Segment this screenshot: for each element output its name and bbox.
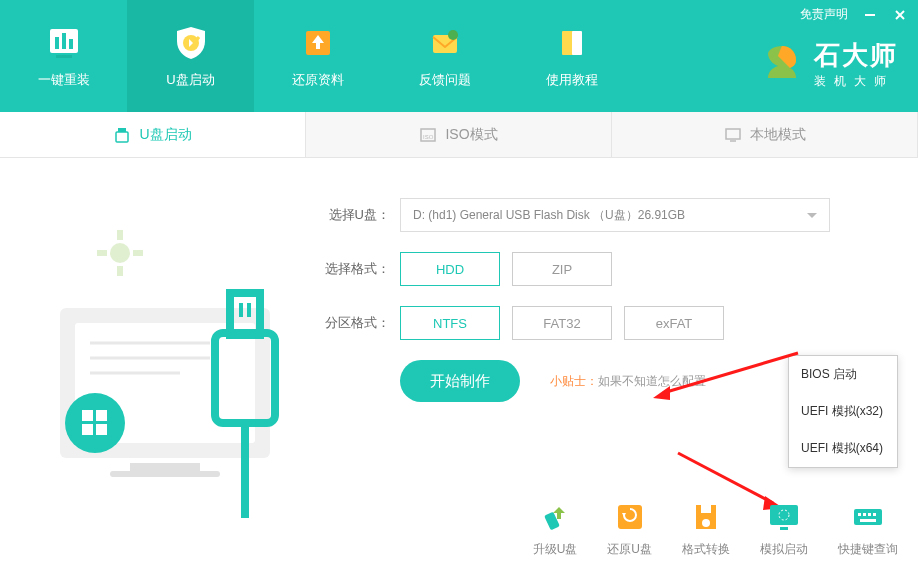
usb-up-icon bbox=[537, 499, 573, 535]
svg-rect-56 bbox=[858, 513, 861, 516]
action-convert[interactable]: 格式转换 bbox=[682, 499, 730, 558]
svg-rect-22 bbox=[117, 266, 123, 276]
svg-rect-2 bbox=[62, 33, 66, 49]
action-label: 快捷键查询 bbox=[838, 541, 898, 558]
minimize-button[interactable] bbox=[862, 7, 878, 23]
action-label: 还原U盘 bbox=[607, 541, 652, 558]
svg-rect-33 bbox=[82, 410, 93, 421]
svg-rect-52 bbox=[770, 505, 798, 525]
tab-usb-boot[interactable]: U盘启动 bbox=[0, 112, 306, 157]
svg-rect-15 bbox=[116, 132, 128, 142]
svg-rect-57 bbox=[863, 513, 866, 516]
tab-label: U盘启动 bbox=[139, 126, 191, 144]
brand-name: 石大师 bbox=[814, 38, 898, 73]
mode-tabs: U盘启动 ISO ISO模式 本地模式 bbox=[0, 112, 918, 158]
keyboard-icon bbox=[850, 499, 886, 535]
format-label: 选择格式： bbox=[320, 260, 390, 278]
nav-tutorial[interactable]: 使用教程 bbox=[508, 0, 635, 112]
book-icon bbox=[552, 23, 592, 63]
popup-uefi64[interactable]: UEFI 模拟(x64) bbox=[789, 430, 897, 467]
fs-ntfs[interactable]: NTFS bbox=[400, 306, 500, 340]
bottom-actions: 升级U盘 还原U盘 格式转换 模拟启动 快捷键查询 bbox=[533, 499, 898, 558]
tip-label: 小贴士： bbox=[550, 374, 598, 388]
action-hotkey[interactable]: 快捷键查询 bbox=[838, 499, 898, 558]
svg-rect-18 bbox=[726, 129, 740, 139]
chart-icon bbox=[44, 23, 84, 63]
nav-label: 使用教程 bbox=[546, 71, 598, 89]
brand-logo: 石大师 装机大师 bbox=[760, 38, 898, 90]
popup-bios[interactable]: BIOS 启动 bbox=[789, 356, 897, 393]
svg-rect-28 bbox=[110, 471, 220, 477]
brand-sub: 装机大师 bbox=[814, 73, 898, 90]
fs-label: 分区格式： bbox=[320, 314, 390, 332]
usb-icon bbox=[113, 126, 131, 144]
restore-icon bbox=[612, 499, 648, 535]
svg-rect-35 bbox=[82, 424, 93, 435]
svg-rect-34 bbox=[96, 410, 107, 421]
nav-label: 还原资料 bbox=[292, 71, 344, 89]
tab-label: 本地模式 bbox=[750, 126, 806, 144]
monitor-icon bbox=[766, 499, 802, 535]
svg-rect-40 bbox=[247, 303, 251, 317]
svg-rect-55 bbox=[854, 509, 882, 525]
start-button[interactable]: 开始制作 bbox=[400, 360, 520, 402]
popup-uefi32[interactable]: UEFI 模拟(x32) bbox=[789, 393, 897, 430]
boot-popup: BIOS 启动 UEFI 模拟(x32) UEFI 模拟(x64) bbox=[788, 355, 898, 468]
usb-value: D: (hd1) General USB Flash Disk （U盘）26.9… bbox=[413, 207, 685, 224]
nav-feedback[interactable]: 反馈问题 bbox=[381, 0, 508, 112]
fs-fat32[interactable]: FAT32 bbox=[512, 306, 612, 340]
mail-icon bbox=[425, 23, 465, 63]
nav-reinstall[interactable]: 一键重装 bbox=[0, 0, 127, 112]
svg-rect-24 bbox=[133, 250, 143, 256]
svg-point-32 bbox=[65, 393, 125, 453]
tip: 小贴士：如果不知道怎么配置 bbox=[550, 373, 706, 390]
svg-rect-1 bbox=[55, 37, 59, 49]
svg-rect-21 bbox=[117, 230, 123, 240]
tab-local[interactable]: 本地模式 bbox=[612, 112, 918, 157]
nav-label: 反馈问题 bbox=[419, 71, 471, 89]
usb-label: 选择U盘： bbox=[320, 206, 390, 224]
svg-rect-53 bbox=[780, 527, 788, 530]
format-zip[interactable]: ZIP bbox=[512, 252, 612, 286]
svg-text:ISO: ISO bbox=[423, 134, 434, 140]
svg-point-20 bbox=[110, 243, 130, 263]
action-simulate[interactable]: 模拟启动 bbox=[760, 499, 808, 558]
iso-icon: ISO bbox=[419, 126, 437, 144]
tab-iso[interactable]: ISO ISO模式 bbox=[306, 112, 612, 157]
svg-point-8 bbox=[448, 30, 458, 40]
svg-rect-3 bbox=[69, 39, 73, 49]
illustration bbox=[40, 198, 300, 518]
format-hdd[interactable]: HDD bbox=[400, 252, 500, 286]
logo-icon bbox=[760, 42, 804, 86]
nav-usb-boot[interactable]: U盘启动 bbox=[127, 0, 254, 112]
svg-rect-39 bbox=[239, 303, 243, 317]
svg-rect-50 bbox=[701, 505, 711, 513]
window-controls: 免责声明 bbox=[800, 6, 908, 23]
tip-text: 如果不知道怎么配置 bbox=[598, 374, 706, 388]
svg-rect-59 bbox=[873, 513, 876, 516]
close-button[interactable] bbox=[892, 7, 908, 23]
main-content: 选择U盘： D: (hd1) General USB Flash Disk （U… bbox=[0, 158, 918, 518]
action-restore[interactable]: 还原U盘 bbox=[607, 499, 652, 558]
nav-restore[interactable]: 还原资料 bbox=[254, 0, 381, 112]
disclaimer-link[interactable]: 免责声明 bbox=[800, 6, 848, 23]
upload-icon bbox=[298, 23, 338, 63]
action-label: 模拟启动 bbox=[760, 541, 808, 558]
svg-rect-27 bbox=[130, 463, 200, 471]
usb-select[interactable]: D: (hd1) General USB Flash Disk （U盘）26.9… bbox=[400, 198, 830, 232]
svg-rect-23 bbox=[97, 250, 107, 256]
svg-rect-58 bbox=[868, 513, 871, 516]
svg-rect-60 bbox=[860, 519, 876, 522]
tab-label: ISO模式 bbox=[445, 126, 497, 144]
gear-icon bbox=[95, 228, 145, 278]
action-upgrade[interactable]: 升级U盘 bbox=[533, 499, 578, 558]
svg-rect-36 bbox=[96, 424, 107, 435]
fs-exfat[interactable]: exFAT bbox=[624, 306, 724, 340]
nav-label: 一键重装 bbox=[38, 71, 90, 89]
disk-icon bbox=[688, 499, 724, 535]
monitor-icon bbox=[724, 126, 742, 144]
svg-rect-10 bbox=[572, 31, 582, 55]
svg-point-51 bbox=[702, 519, 710, 527]
header: 一键重装 U盘启动 还原资料 反馈问题 使用教程 免责声明 石大师 装机大师 bbox=[0, 0, 918, 112]
svg-rect-4 bbox=[56, 55, 72, 58]
